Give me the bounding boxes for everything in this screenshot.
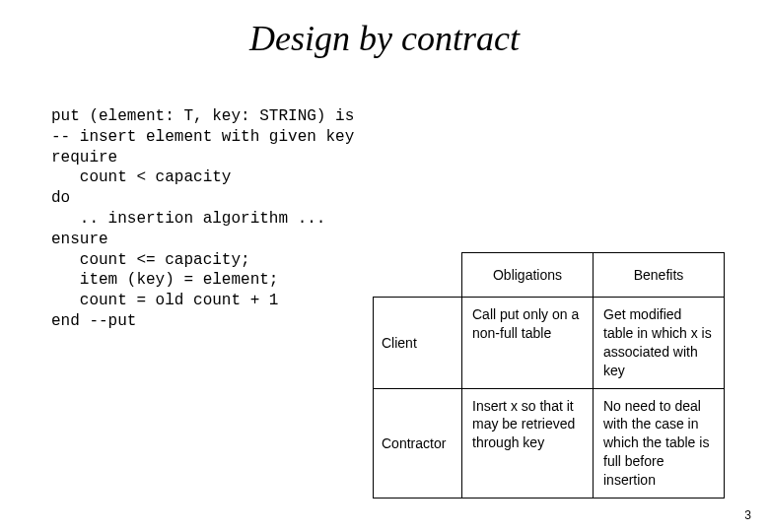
cell-client-benefits: Get modified table in which x is associa… — [594, 298, 725, 389]
row-header-contractor: Contractor — [374, 388, 462, 498]
obligations-benefits-table: Obligations Benefits Client Call put onl… — [373, 252, 725, 499]
page-number: 3 — [744, 508, 751, 522]
cell-contractor-benefits: No need to deal with the case in which t… — [594, 388, 725, 498]
slide-title: Design by contract — [0, 0, 769, 59]
table-corner — [374, 253, 462, 298]
row-header-client: Client — [374, 298, 462, 389]
col-header-benefits: Benefits — [594, 253, 725, 298]
col-header-obligations: Obligations — [462, 253, 594, 298]
cell-client-obligations: Call put only on a non-full table — [462, 298, 594, 389]
cell-contractor-obligations: Insert x so that it may be retrieved thr… — [462, 388, 594, 498]
